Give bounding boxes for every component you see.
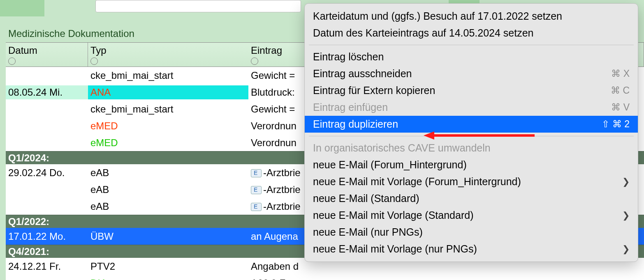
shortcut: ⌘ C xyxy=(611,85,630,96)
cell-date: 17.01.22 Mo. xyxy=(6,230,88,243)
cell-typ: eAB xyxy=(88,183,248,197)
top-field[interactable] xyxy=(95,0,301,12)
menu-set-karteidatum[interactable]: Karteidatum und (ggfs.) Besuch auf 17.01… xyxy=(305,8,638,25)
menu-label: neue E-Mail mit Vorlage (Standard) xyxy=(313,209,473,221)
cell-typ: eMED xyxy=(88,136,248,150)
cell-typ: ÜBW xyxy=(88,230,248,243)
menu-email-standard[interactable]: neue E-Mail (Standard) xyxy=(305,190,638,207)
menu-set-eintragsdatum[interactable]: Datum des Karteieintrags auf 14.05.2024 … xyxy=(305,25,638,41)
col-date-label: Datum xyxy=(8,45,37,56)
menu-label: neue E-Mail mit Vorlage (Forum_Hintergru… xyxy=(313,176,521,188)
shortcut: ⇧ ⌘ 2 xyxy=(602,119,630,130)
cell-date: 08.05.24 Mi. xyxy=(6,85,88,99)
context-menu: Karteidatum und (ggfs.) Besuch auf 17.01… xyxy=(304,3,638,262)
chevron-right-icon: ❯ xyxy=(622,210,630,221)
cell-typ: cke_bmi_mai_start xyxy=(88,69,248,83)
section-title: Medizinische Dokumentation xyxy=(8,28,134,39)
menu-label: neue E-Mail mit Vorlage (nur PNGs) xyxy=(313,243,477,255)
cell-typ: eMED xyxy=(88,119,248,133)
menu-email-forum[interactable]: neue E-Mail (Forum_Hintergrund) xyxy=(305,156,638,173)
cell-typ: cke_bmi_mai_start xyxy=(88,102,248,116)
menu-email-forum-template[interactable]: neue E-Mail mit Vorlage (Forum_Hintergru… xyxy=(305,173,638,190)
col-date-radio[interactable] xyxy=(8,57,16,65)
menu-label: Datum des Karteieintrags auf 14.05.2024 … xyxy=(313,27,533,39)
menu-email-png[interactable]: neue E-Mail (nur PNGs) xyxy=(305,224,638,241)
table-row[interactable]: DIA A66.9 Fra xyxy=(6,275,644,280)
menu-label: neue E-Mail (Standard) xyxy=(313,193,419,204)
envelope-icon xyxy=(251,203,262,211)
chevron-right-icon: ❯ xyxy=(622,177,630,187)
cell-entry: A66.9 Fra xyxy=(248,276,644,280)
cell-date: 29.02.24 Do. xyxy=(6,166,88,180)
menu-copy-extern[interactable]: Eintrag für Extern kopieren ⌘ C xyxy=(305,82,638,99)
shortcut: ⌘ V xyxy=(611,102,630,113)
cell-typ: eAB xyxy=(88,166,248,180)
menu-paste-entry: Eintrag einfügen ⌘ V xyxy=(305,99,638,116)
cell-date xyxy=(6,205,88,208)
menu-label: neue E-Mail (nur PNGs) xyxy=(313,226,423,238)
menu-duplicate-entry[interactable]: Eintrag duplizieren ⇧ ⌘ 2 xyxy=(305,116,638,133)
menu-email-png-template[interactable]: neue E-Mail mit Vorlage (nur PNGs) ❯ xyxy=(305,241,638,257)
cell-entry-text: -Arztbrie xyxy=(263,167,301,178)
col-type-label: Typ xyxy=(90,45,107,56)
menu-label: Karteidatum und (ggfs.) Besuch auf 17.01… xyxy=(313,10,562,22)
menu-convert-cave: In organisatorisches CAVE umwandeln xyxy=(305,140,638,156)
col-entry-radio[interactable] xyxy=(251,57,258,65)
menu-label: In organisatorisches CAVE umwandeln xyxy=(313,142,491,154)
menu-cut-entry[interactable]: Eintrag ausschneiden ⌘ X xyxy=(305,65,638,82)
menu-label: Eintrag löschen xyxy=(313,51,384,63)
menu-label: Eintrag für Extern kopieren xyxy=(313,85,435,96)
envelope-icon xyxy=(251,169,262,177)
col-date[interactable]: Datum xyxy=(6,43,88,67)
col-type-radio[interactable] xyxy=(90,57,98,65)
menu-delete-entry[interactable]: Eintrag löschen xyxy=(305,48,638,65)
cell-entry-text: -Arztbrie xyxy=(263,184,301,195)
cell-date xyxy=(6,108,88,110)
col-type[interactable]: Typ xyxy=(88,43,248,67)
cell-date xyxy=(6,74,88,77)
cell-date xyxy=(6,188,88,191)
menu-label: Eintrag ausschneiden xyxy=(313,68,412,80)
menu-separator xyxy=(309,136,634,136)
cell-date xyxy=(6,125,88,127)
top-tab-left[interactable] xyxy=(0,0,44,16)
envelope-icon xyxy=(251,186,262,194)
menu-separator xyxy=(309,45,634,45)
cell-date: 24.12.21 Fr. xyxy=(6,259,88,273)
menu-label: neue E-Mail (Forum_Hintergrund) xyxy=(313,159,467,171)
menu-label: Eintrag duplizieren xyxy=(313,118,398,130)
chevron-right-icon: ❯ xyxy=(622,244,630,255)
cell-typ: ANA xyxy=(88,85,248,99)
menu-email-standard-template[interactable]: neue E-Mail mit Vorlage (Standard) ❯ xyxy=(305,207,638,224)
cell-typ: eAB xyxy=(88,200,248,213)
cell-date xyxy=(6,142,88,144)
cell-typ: DIA xyxy=(88,276,248,280)
cell-entry-text: -Arztbrie xyxy=(263,201,301,212)
col-entry-label: Eintrag xyxy=(251,45,282,56)
menu-label: Eintrag einfügen xyxy=(313,101,388,113)
shortcut: ⌘ X xyxy=(611,68,630,79)
cell-typ: PTV2 xyxy=(88,259,248,273)
